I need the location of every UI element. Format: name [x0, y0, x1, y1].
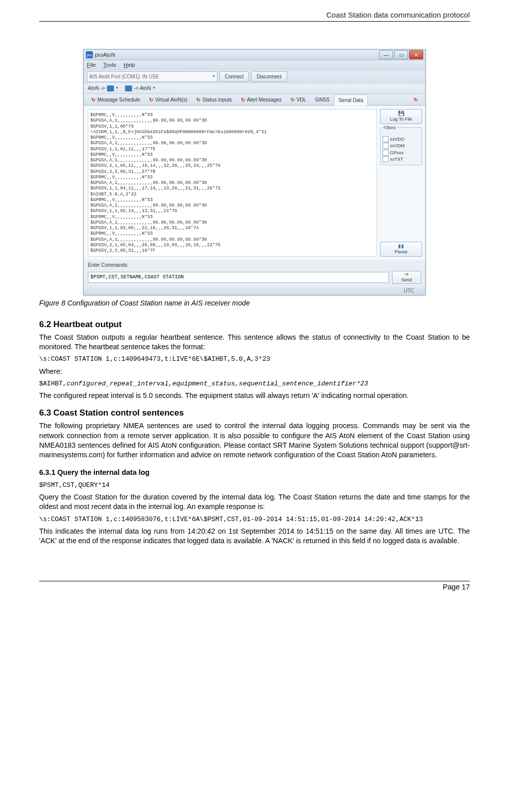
- section-6-3-1-code2: \s:COAST STATION 1,c:1409583076,t:LIVE*6…: [39, 515, 470, 524]
- command-row: ➔ Send: [84, 270, 425, 287]
- refresh-icon: ↻: [149, 96, 153, 104]
- code-literal: $AIHBT,: [39, 380, 67, 387]
- filter-vdo[interactable]: xxVDO: [383, 136, 420, 142]
- section-6-2-code2: $AIHBT,configured_repeat_interval,equipm…: [39, 379, 470, 388]
- filter-label: xxVDM: [390, 143, 405, 149]
- save-icon: 💾: [398, 111, 404, 116]
- maximize-button[interactable]: ▭: [394, 50, 408, 59]
- serial-output: $GPRMC,,V,,,,,,,,,,N*53 $GPGSA,A,1,,,,,,…: [88, 109, 377, 257]
- aton-toolbar: AtoN -> ▾ -> AtoN ▾: [84, 83, 425, 94]
- tab-label: GNSS: [315, 96, 329, 104]
- tab-label: Alert Messages: [247, 96, 282, 104]
- app-icon: pro: [86, 51, 93, 58]
- refresh-icon: ↻: [414, 96, 418, 104]
- aton-in-icon[interactable]: [125, 85, 132, 91]
- chevron-down-icon[interactable]: ▾: [153, 85, 155, 91]
- filter-label: GPxxx: [390, 150, 404, 156]
- section-6-3-1-p1: Query the Coast Station for the duration…: [39, 492, 470, 512]
- menubar: File Tools Help: [84, 60, 425, 70]
- filter-label: xxTXT: [390, 156, 403, 162]
- send-icon: ➔: [405, 272, 409, 277]
- filters-group: Filters xxVDO xxVDM GPxxx xxTXT: [380, 127, 422, 165]
- figure-8-container: pro proAtoN — ▭ ✕ File Tools Help AIS At…: [39, 49, 470, 295]
- page-header: Coast Station data communication protoco…: [39, 10, 470, 22]
- section-6-2-title: 6.2 Heartbeat output: [39, 319, 470, 331]
- close-button[interactable]: ✕: [409, 50, 423, 59]
- chevron-down-icon[interactable]: ▾: [116, 85, 118, 91]
- aton-out-icon[interactable]: [107, 85, 114, 91]
- port-combo-text: AIS AtoN Port (COM1): IN USE: [89, 73, 159, 80]
- button-label: Log To File: [390, 116, 412, 122]
- resize-grip-icon: ⋰: [417, 287, 422, 294]
- tab-label: Virtual AtoN(s): [155, 96, 187, 104]
- send-button[interactable]: ➔ Send: [392, 271, 421, 284]
- connection-row: AIS AtoN Port (COM1): IN USE ▾ Connect D…: [84, 70, 425, 83]
- app-titlebar: pro proAtoN — ▭ ✕: [84, 50, 425, 60]
- section-6-2-where: Where:: [39, 367, 470, 376]
- filter-vdm[interactable]: xxVDM: [383, 143, 420, 149]
- checkbox-icon: [383, 143, 389, 149]
- tab-label: Message Schedule: [97, 96, 140, 104]
- connect-button[interactable]: Connect: [219, 71, 249, 82]
- status-utc: UTC: [404, 287, 414, 294]
- app-body: $GPRMC,,V,,,,,,,,,,N*53 $GPGSA,A,1,,,,,,…: [84, 106, 425, 260]
- section-6-3-p1: The following proprietary NMEA sentences…: [39, 421, 470, 460]
- tab-message-schedule[interactable]: ↻Message Schedule: [87, 94, 145, 106]
- command-input[interactable]: [88, 272, 389, 283]
- aton-out-label: AtoN ->: [88, 85, 105, 92]
- log-to-file-button[interactable]: 💾 Log To File: [380, 109, 422, 124]
- tab-serial-data[interactable]: Serial Data: [334, 94, 367, 106]
- page-footer: Page 17: [39, 581, 470, 592]
- tab-gnss[interactable]: GNSS: [311, 94, 334, 106]
- tabs-row: ↻Message Schedule ↻Virtual AtoN(s) ↻Stat…: [84, 94, 425, 106]
- checkbox-icon: [383, 156, 389, 162]
- section-6-3-1-code1: $PSMT,CST,QUERY*14: [39, 481, 470, 490]
- tab-label: Status Inputs: [202, 96, 231, 104]
- section-6-3-title: 6.3 Coast Station control sentences: [39, 408, 470, 419]
- chevron-down-icon: ▾: [213, 74, 215, 79]
- button-label: Pause: [395, 249, 408, 255]
- tab-virtual-atons[interactable]: ↻Virtual AtoN(s): [145, 94, 192, 106]
- app-title: proAtoN: [95, 51, 115, 59]
- section-6-2-p1: The Coast Station outputs a regular hear…: [39, 333, 470, 352]
- menu-help[interactable]: Help: [123, 62, 135, 68]
- refresh-icon: ↻: [241, 96, 245, 104]
- section-6-3-1-title: 6.3.1 Query the internal data log: [39, 468, 470, 478]
- tab-overflow[interactable]: ↻: [409, 94, 422, 106]
- menu-file[interactable]: File: [87, 62, 96, 68]
- button-label: Send: [401, 277, 412, 283]
- tab-label: Serial Data: [338, 97, 363, 104]
- menu-tools[interactable]: Tools: [103, 62, 116, 68]
- pause-icon: ▮▮: [398, 244, 404, 249]
- aton-in-label: -> AtoN: [134, 85, 151, 92]
- disconnect-button[interactable]: Disconnect: [251, 71, 287, 82]
- filter-label: xxVDO: [390, 136, 405, 142]
- checkbox-icon: [383, 150, 389, 156]
- statusbar: UTC ⋰: [84, 287, 425, 295]
- app-window: pro proAtoN — ▭ ✕ File Tools Help AIS At…: [83, 49, 426, 295]
- tab-label: VDL: [297, 96, 306, 104]
- refresh-icon: ↻: [91, 96, 95, 104]
- pause-button[interactable]: ▮▮ Pause: [380, 242, 422, 257]
- tab-vdl[interactable]: ↻VDL: [286, 94, 311, 106]
- checkbox-icon: [383, 136, 389, 142]
- side-panel: 💾 Log To File Filters xxVDO xxVDM GPxxx …: [379, 106, 425, 260]
- code-italic: configured_repeat_interval,equipment_sta…: [67, 380, 368, 387]
- refresh-icon: ↻: [196, 96, 200, 104]
- minimize-button[interactable]: —: [379, 50, 393, 59]
- section-6-2-p2: The configured repeat interval is 5.0 se…: [39, 391, 470, 400]
- filter-gp[interactable]: GPxxx: [383, 150, 420, 156]
- refresh-icon: ↻: [291, 96, 295, 104]
- filters-title: Filters: [383, 125, 397, 130]
- section-6-3-1-p2: This indicates the internal data log run…: [39, 527, 470, 546]
- filter-txt[interactable]: xxTXT: [383, 156, 420, 162]
- enter-commands-label: Enter Commands:: [84, 260, 425, 270]
- section-6-2-code1: \s:COAST STATION 1,c:1409649473,t:LIVE*6…: [39, 355, 470, 364]
- tab-status-inputs[interactable]: ↻Status Inputs: [192, 94, 236, 106]
- port-combo[interactable]: AIS AtoN Port (COM1): IN USE ▾: [87, 71, 217, 82]
- figure-8-caption: Figure 8 Configuration of Coast Station …: [39, 298, 470, 308]
- tab-alert-messages[interactable]: ↻Alert Messages: [236, 94, 286, 106]
